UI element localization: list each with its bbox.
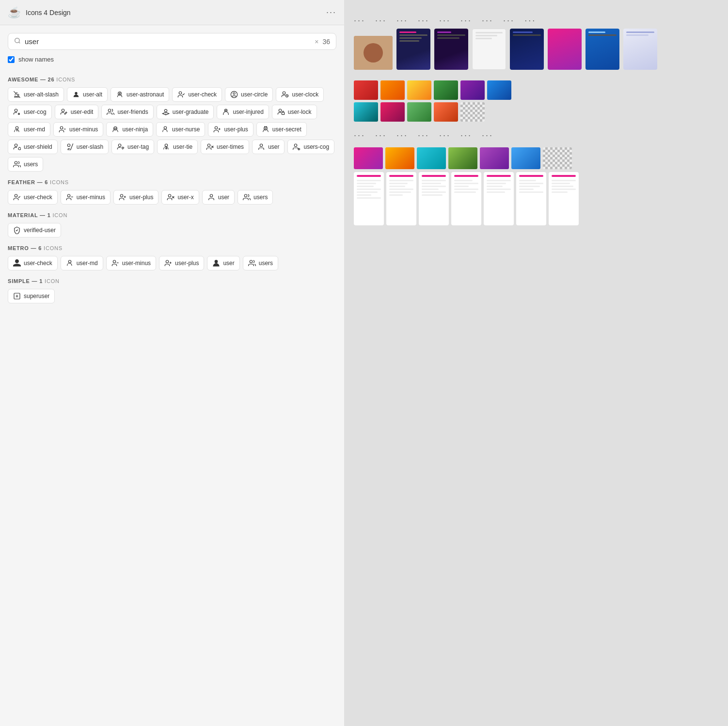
svg-point-5 xyxy=(179,92,182,94)
icon-metro-user-minus[interactable]: user-minus xyxy=(106,256,156,270)
svg-point-16 xyxy=(279,109,281,111)
svg-point-27 xyxy=(15,144,17,146)
dots-b7[interactable]: ··· xyxy=(482,130,493,141)
show-names-checkbox[interactable] xyxy=(8,56,15,63)
right-panel: ··· ··· ··· ··· ··· ··· ··· ··· ··· xyxy=(344,0,728,726)
icon-user-astronaut[interactable]: user-astronaut xyxy=(111,87,169,102)
dots-1[interactable]: ··· xyxy=(354,16,365,26)
icons-content: AWESOME — 26 ICONS user-alt-slash user-a… xyxy=(0,69,344,726)
svg-point-38 xyxy=(15,161,17,164)
svg-point-37 xyxy=(299,148,300,150)
icon-user-slash[interactable]: user-slash xyxy=(61,140,109,154)
svg-point-31 xyxy=(165,144,167,146)
search-icon xyxy=(14,37,21,46)
icon-user-ninja[interactable]: user-ninja xyxy=(106,122,153,137)
dots-b3[interactable]: ··· xyxy=(396,130,408,141)
dots-6[interactable]: ··· xyxy=(460,16,472,26)
svg-point-32 xyxy=(207,144,210,146)
icon-user-minus[interactable]: user-minus xyxy=(53,122,103,137)
dots-8[interactable]: ··· xyxy=(503,16,515,26)
right-content: ··· ··· ··· ··· ··· ··· ··· ··· ··· xyxy=(344,0,728,235)
icon-users[interactable]: users xyxy=(8,157,43,172)
icon-user-secret[interactable]: user-secret xyxy=(256,122,307,137)
icon-user-injured[interactable]: user-injured xyxy=(217,105,269,119)
icon-verified-user[interactable]: verified-user xyxy=(8,223,61,237)
svg-line-29 xyxy=(70,143,73,150)
icon-user[interactable]: user xyxy=(252,140,285,154)
svg-point-30 xyxy=(118,144,121,146)
svg-point-23 xyxy=(215,126,218,129)
dots-b1[interactable]: ··· xyxy=(354,130,365,141)
icon-feather-user-check[interactable]: user-check xyxy=(8,190,58,205)
svg-point-14 xyxy=(164,110,167,112)
icon-user-cog[interactable]: user-cog xyxy=(8,105,52,119)
dots-4[interactable]: ··· xyxy=(418,16,429,26)
show-names-label: show names xyxy=(18,56,54,63)
icon-user-md[interactable]: user-md xyxy=(8,122,50,137)
icon-superuser[interactable]: superuser xyxy=(8,289,55,303)
dots-7[interactable]: ··· xyxy=(482,16,493,26)
dots-3[interactable]: ··· xyxy=(396,16,408,26)
dots-5[interactable]: ··· xyxy=(439,16,451,26)
svg-point-48 xyxy=(210,194,212,197)
svg-point-53 xyxy=(166,260,168,263)
icon-user-times[interactable]: user-times xyxy=(201,140,249,154)
section-header-simple: SIMPLE — 1 ICON xyxy=(8,278,336,284)
dots-b6[interactable]: ··· xyxy=(460,130,472,141)
search-input[interactable] xyxy=(25,37,311,46)
feather-icons-grid: user-check user-minus user-plus user-x u… xyxy=(8,190,336,205)
section-header-material: MATERIAL — 1 ICON xyxy=(8,212,336,218)
menu-dots-button[interactable]: ··· xyxy=(326,7,336,17)
icon-user-edit[interactable]: user-edit xyxy=(55,105,99,119)
svg-point-36 xyxy=(295,144,297,146)
svg-point-10 xyxy=(15,109,17,111)
icon-feather-users[interactable]: users xyxy=(237,190,273,205)
icon-metro-user-plus[interactable]: user-plus xyxy=(159,256,204,270)
dots-b4[interactable]: ··· xyxy=(418,130,429,141)
search-clear-button[interactable]: × xyxy=(315,38,318,46)
svg-point-12 xyxy=(62,109,64,111)
svg-point-56 xyxy=(215,260,218,263)
icon-user-clock[interactable]: user-clock xyxy=(276,87,324,102)
icon-user-nurse[interactable]: user-nurse xyxy=(156,122,205,137)
simple-icons-grid: superuser xyxy=(8,289,336,303)
icon-metro-user-md[interactable]: user-md xyxy=(61,256,103,270)
icon-user-alt[interactable]: user-alt xyxy=(67,87,108,102)
icon-user-check[interactable]: user-check xyxy=(172,87,222,102)
section-header-metro: METRO — 6 ICONS xyxy=(8,245,336,251)
svg-rect-17 xyxy=(282,112,284,115)
icon-metro-users[interactable]: users xyxy=(243,256,278,270)
icon-metro-user[interactable]: user xyxy=(207,256,239,270)
icon-feather-user[interactable]: user xyxy=(202,190,235,205)
icon-user-tag[interactable]: user-tag xyxy=(111,140,154,154)
icon-feather-user-plus[interactable]: user-plus xyxy=(113,190,158,205)
icon-user-circle[interactable]: user-circle xyxy=(225,87,273,102)
search-result-count: 36 xyxy=(322,38,330,46)
icon-metro-user-check[interactable]: user-check xyxy=(8,256,58,270)
icon-users-cog[interactable]: users-cog xyxy=(287,140,334,154)
svg-line-1 xyxy=(19,42,20,44)
icon-feather-user-minus[interactable]: user-minus xyxy=(61,190,111,205)
svg-point-50 xyxy=(68,260,71,263)
icon-user-graduate[interactable]: user-graduate xyxy=(157,105,214,119)
search-bar: × 36 xyxy=(8,33,336,50)
svg-point-7 xyxy=(233,93,235,95)
dots-b5[interactable]: ··· xyxy=(439,130,451,141)
svg-point-28 xyxy=(67,144,70,146)
material-icons-grid: verified-user xyxy=(8,223,336,237)
icon-user-shield[interactable]: user-shield xyxy=(8,140,58,154)
svg-point-11 xyxy=(18,113,20,115)
icon-user-alt-slash[interactable]: user-alt-slash xyxy=(8,87,64,102)
svg-point-39 xyxy=(15,194,17,197)
icon-user-lock[interactable]: user-lock xyxy=(272,105,317,119)
icon-user-tie[interactable]: user-tie xyxy=(157,140,198,154)
svg-point-19 xyxy=(60,126,63,129)
icon-feather-user-x[interactable]: user-x xyxy=(161,190,199,205)
svg-point-35 xyxy=(260,144,262,146)
icon-user-friends[interactable]: user-friends xyxy=(101,105,153,119)
section-header-awesome: AWESOME — 26 ICONS xyxy=(8,77,336,82)
dots-b2[interactable]: ··· xyxy=(375,130,387,141)
icon-user-plus[interactable]: user-plus xyxy=(208,122,253,137)
dots-9[interactable]: ··· xyxy=(524,16,536,26)
dots-2[interactable]: ··· xyxy=(375,16,387,26)
